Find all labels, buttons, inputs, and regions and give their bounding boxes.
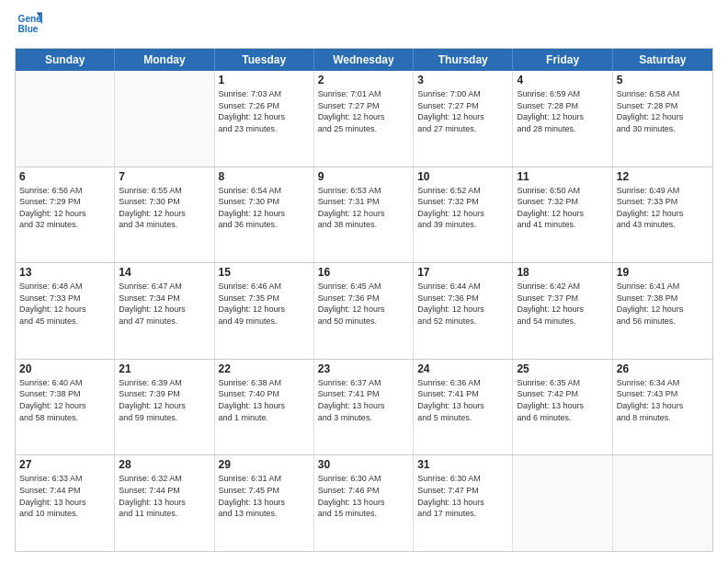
day-number: 3 — [417, 74, 508, 86]
day-number: 13 — [19, 266, 110, 279]
calendar-cell-day-30: 30Sunrise: 6:30 AM Sunset: 7:46 PM Dayli… — [314, 455, 414, 551]
day-info: Sunrise: 6:30 AM Sunset: 7:47 PM Dayligh… — [417, 473, 508, 519]
day-info: Sunrise: 6:42 AM Sunset: 7:37 PM Dayligh… — [517, 281, 608, 327]
calendar-cell-day-21: 21Sunrise: 6:39 AM Sunset: 7:39 PM Dayli… — [115, 360, 214, 455]
day-number: 25 — [517, 362, 608, 375]
day-number: 28 — [119, 458, 210, 471]
day-number: 2 — [318, 74, 409, 86]
page-header: General Blue — [15, 11, 713, 40]
day-number: 8 — [219, 170, 310, 183]
calendar-cell-day-26: 26Sunrise: 6:34 AM Sunset: 7:43 PM Dayli… — [613, 360, 712, 455]
day-number: 29 — [219, 458, 310, 471]
weekday-header-wednesday: Wednesday — [314, 49, 414, 71]
day-info: Sunrise: 6:50 AM Sunset: 7:32 PM Dayligh… — [517, 185, 608, 231]
calendar-cell-day-1: 1Sunrise: 7:03 AM Sunset: 7:26 PM Daylig… — [215, 71, 314, 167]
day-info: Sunrise: 6:36 AM Sunset: 7:41 PM Dayligh… — [417, 377, 508, 423]
day-info: Sunrise: 6:31 AM Sunset: 7:45 PM Dayligh… — [219, 473, 310, 519]
calendar-cell-day-18: 18Sunrise: 6:42 AM Sunset: 7:37 PM Dayli… — [513, 263, 612, 359]
calendar-cell-day-28: 28Sunrise: 6:32 AM Sunset: 7:44 PM Dayli… — [115, 455, 214, 551]
calendar-week-1: 1Sunrise: 7:03 AM Sunset: 7:26 PM Daylig… — [16, 71, 712, 167]
calendar-cell-day-2: 2Sunrise: 7:01 AM Sunset: 7:27 PM Daylig… — [314, 71, 414, 167]
day-number: 10 — [417, 170, 508, 183]
calendar-cell-day-7: 7Sunrise: 6:55 AM Sunset: 7:30 PM Daylig… — [115, 167, 214, 263]
logo: General Blue — [15, 11, 42, 40]
day-number: 31 — [417, 458, 508, 471]
day-number: 4 — [517, 74, 608, 86]
day-info: Sunrise: 6:53 AM Sunset: 7:31 PM Dayligh… — [318, 185, 409, 231]
calendar-cell-day-11: 11Sunrise: 6:50 AM Sunset: 7:32 PM Dayli… — [513, 167, 612, 263]
calendar-cell-day-25: 25Sunrise: 6:35 AM Sunset: 7:42 PM Dayli… — [513, 360, 612, 455]
day-info: Sunrise: 6:34 AM Sunset: 7:43 PM Dayligh… — [617, 377, 709, 423]
calendar-cell-day-17: 17Sunrise: 6:44 AM Sunset: 7:36 PM Dayli… — [414, 263, 513, 359]
day-info: Sunrise: 6:44 AM Sunset: 7:36 PM Dayligh… — [417, 281, 508, 327]
svg-text:Blue: Blue — [18, 24, 39, 34]
calendar-cell-day-23: 23Sunrise: 6:37 AM Sunset: 7:41 PM Dayli… — [314, 360, 414, 455]
day-info: Sunrise: 7:00 AM Sunset: 7:27 PM Dayligh… — [417, 88, 508, 134]
day-info: Sunrise: 6:58 AM Sunset: 7:28 PM Dayligh… — [617, 88, 709, 134]
day-number: 7 — [119, 170, 210, 183]
day-info: Sunrise: 7:03 AM Sunset: 7:26 PM Dayligh… — [219, 88, 310, 134]
calendar-cell-day-31: 31Sunrise: 6:30 AM Sunset: 7:47 PM Dayli… — [414, 455, 513, 551]
weekday-header-monday: Monday — [115, 49, 214, 71]
day-info: Sunrise: 6:48 AM Sunset: 7:33 PM Dayligh… — [19, 281, 110, 327]
calendar-cell-day-4: 4Sunrise: 6:59 AM Sunset: 7:28 PM Daylig… — [513, 71, 612, 167]
day-info: Sunrise: 6:59 AM Sunset: 7:28 PM Dayligh… — [517, 88, 608, 134]
calendar-cell-empty — [16, 71, 115, 167]
day-info: Sunrise: 6:49 AM Sunset: 7:33 PM Dayligh… — [617, 185, 709, 231]
day-number: 1 — [219, 74, 310, 86]
svg-text:General: General — [18, 14, 42, 24]
day-info: Sunrise: 6:40 AM Sunset: 7:38 PM Dayligh… — [19, 377, 110, 423]
day-info: Sunrise: 6:46 AM Sunset: 7:35 PM Dayligh… — [219, 281, 310, 327]
calendar-cell-day-22: 22Sunrise: 6:38 AM Sunset: 7:40 PM Dayli… — [215, 360, 314, 455]
calendar-cell-day-13: 13Sunrise: 6:48 AM Sunset: 7:33 PM Dayli… — [16, 263, 115, 359]
day-number: 5 — [617, 74, 709, 86]
day-info: Sunrise: 6:41 AM Sunset: 7:38 PM Dayligh… — [617, 281, 709, 327]
calendar-cell-day-20: 20Sunrise: 6:40 AM Sunset: 7:38 PM Dayli… — [16, 360, 115, 455]
calendar-body: 1Sunrise: 7:03 AM Sunset: 7:26 PM Daylig… — [16, 71, 712, 551]
day-info: Sunrise: 6:32 AM Sunset: 7:44 PM Dayligh… — [119, 473, 210, 519]
calendar-cell-day-24: 24Sunrise: 6:36 AM Sunset: 7:41 PM Dayli… — [414, 360, 513, 455]
day-info: Sunrise: 6:56 AM Sunset: 7:29 PM Dayligh… — [19, 185, 110, 231]
day-number: 30 — [318, 458, 409, 471]
calendar-header: SundayMondayTuesdayWednesdayThursdayFrid… — [16, 49, 712, 71]
day-info: Sunrise: 7:01 AM Sunset: 7:27 PM Dayligh… — [318, 88, 409, 134]
calendar-week-3: 13Sunrise: 6:48 AM Sunset: 7:33 PM Dayli… — [16, 262, 712, 359]
calendar-cell-empty — [613, 455, 712, 551]
day-number: 18 — [517, 266, 608, 279]
calendar-cell-day-12: 12Sunrise: 6:49 AM Sunset: 7:33 PM Dayli… — [613, 167, 712, 263]
day-number: 12 — [617, 170, 709, 183]
calendar-week-4: 20Sunrise: 6:40 AM Sunset: 7:38 PM Dayli… — [16, 359, 712, 455]
day-number: 6 — [19, 170, 110, 183]
calendar-cell-day-16: 16Sunrise: 6:45 AM Sunset: 7:36 PM Dayli… — [314, 263, 414, 359]
day-number: 19 — [617, 266, 709, 279]
calendar-cell-day-29: 29Sunrise: 6:31 AM Sunset: 7:45 PM Dayli… — [215, 455, 314, 551]
calendar-cell-day-9: 9Sunrise: 6:53 AM Sunset: 7:31 PM Daylig… — [314, 167, 414, 263]
day-info: Sunrise: 6:52 AM Sunset: 7:32 PM Dayligh… — [417, 185, 508, 231]
calendar: SundayMondayTuesdayWednesdayThursdayFrid… — [15, 48, 713, 552]
day-info: Sunrise: 6:38 AM Sunset: 7:40 PM Dayligh… — [219, 377, 310, 423]
calendar-cell-day-10: 10Sunrise: 6:52 AM Sunset: 7:32 PM Dayli… — [414, 167, 513, 263]
day-info: Sunrise: 6:54 AM Sunset: 7:30 PM Dayligh… — [219, 185, 310, 231]
calendar-cell-empty — [513, 455, 612, 551]
calendar-week-2: 6Sunrise: 6:56 AM Sunset: 7:29 PM Daylig… — [16, 167, 712, 263]
day-number: 22 — [219, 362, 310, 375]
day-number: 20 — [19, 362, 110, 375]
day-info: Sunrise: 6:33 AM Sunset: 7:44 PM Dayligh… — [19, 473, 110, 519]
day-number: 9 — [318, 170, 409, 183]
day-info: Sunrise: 6:47 AM Sunset: 7:34 PM Dayligh… — [119, 281, 210, 327]
calendar-week-5: 27Sunrise: 6:33 AM Sunset: 7:44 PM Dayli… — [16, 454, 712, 551]
day-number: 26 — [617, 362, 709, 375]
day-number: 17 — [417, 266, 508, 279]
weekday-header-thursday: Thursday — [414, 49, 513, 71]
calendar-cell-day-15: 15Sunrise: 6:46 AM Sunset: 7:35 PM Dayli… — [215, 263, 314, 359]
day-info: Sunrise: 6:55 AM Sunset: 7:30 PM Dayligh… — [119, 185, 210, 231]
weekday-header-saturday: Saturday — [613, 49, 712, 71]
day-info: Sunrise: 6:30 AM Sunset: 7:46 PM Dayligh… — [318, 473, 409, 519]
day-number: 27 — [19, 458, 110, 471]
day-number: 11 — [517, 170, 608, 183]
calendar-cell-day-8: 8Sunrise: 6:54 AM Sunset: 7:30 PM Daylig… — [215, 167, 314, 263]
calendar-cell-day-5: 5Sunrise: 6:58 AM Sunset: 7:28 PM Daylig… — [613, 71, 712, 167]
day-number: 21 — [119, 362, 210, 375]
weekday-header-sunday: Sunday — [16, 49, 115, 71]
weekday-header-friday: Friday — [513, 49, 612, 71]
